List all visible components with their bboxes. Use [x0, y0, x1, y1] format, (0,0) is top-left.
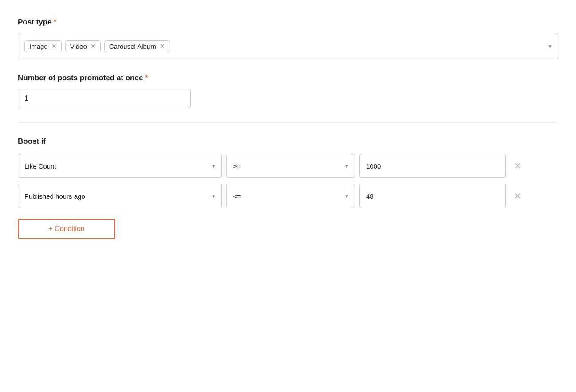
- tag-image-label: Image: [29, 43, 48, 50]
- section-divider: [18, 122, 558, 123]
- add-condition-button[interactable]: + Condition: [18, 219, 115, 239]
- boost-if-section: Boost if Like Count ▾ >= ▾ ✕ Published h…: [18, 137, 558, 239]
- tag-carousel-remove[interactable]: ✕: [160, 43, 165, 49]
- condition-operator-2-text: <=: [233, 192, 241, 200]
- boost-if-label: Boost if: [18, 137, 558, 146]
- condition-field-1-arrow: ▾: [212, 163, 215, 169]
- post-type-section: Post type * Image ✕ Video ✕ Carousel Alb…: [18, 18, 558, 59]
- posts-promoted-section: Number of posts promoted at once * 1: [18, 74, 558, 108]
- post-type-label: Post type *: [18, 18, 558, 27]
- condition-row-2: Published hours ago ▾ <= ▾ ✕: [18, 184, 558, 208]
- condition-field-1[interactable]: Like Count ▾: [18, 154, 222, 178]
- condition-value-1[interactable]: [359, 154, 506, 178]
- tag-carousel-label: Carousel Album: [109, 43, 156, 50]
- condition-field-2[interactable]: Published hours ago ▾: [18, 184, 222, 208]
- tag-video-label: Video: [70, 43, 87, 50]
- tag-carousel: Carousel Album ✕: [104, 40, 170, 52]
- condition-operator-1-arrow: ▾: [345, 163, 348, 169]
- tag-image: Image ✕: [24, 40, 62, 52]
- condition-value-2[interactable]: [359, 184, 506, 208]
- condition-operator-2[interactable]: <= ▾: [226, 184, 355, 208]
- post-type-select[interactable]: Image ✕ Video ✕ Carousel Album ✕ ▾: [18, 33, 558, 59]
- tag-video-remove[interactable]: ✕: [91, 43, 96, 49]
- condition-field-2-text: Published hours ago: [24, 192, 85, 200]
- required-star: *: [54, 18, 57, 27]
- post-type-dropdown-arrow[interactable]: ▾: [548, 43, 552, 50]
- posts-promoted-label: Number of posts promoted at once *: [18, 74, 558, 82]
- condition-operator-1[interactable]: >= ▾: [226, 154, 355, 178]
- condition-remove-1[interactable]: ✕: [510, 160, 525, 172]
- posts-promoted-input[interactable]: 1: [18, 89, 191, 108]
- condition-field-2-arrow: ▾: [212, 193, 215, 200]
- condition-remove-2[interactable]: ✕: [510, 190, 525, 202]
- condition-row-1: Like Count ▾ >= ▾ ✕: [18, 154, 558, 178]
- condition-operator-1-text: >=: [233, 162, 241, 170]
- condition-operator-2-arrow: ▾: [345, 193, 348, 200]
- condition-field-1-text: Like Count: [24, 162, 56, 170]
- tag-image-remove[interactable]: ✕: [51, 43, 57, 49]
- required-star-2: *: [145, 74, 148, 82]
- tag-video: Video ✕: [65, 40, 101, 52]
